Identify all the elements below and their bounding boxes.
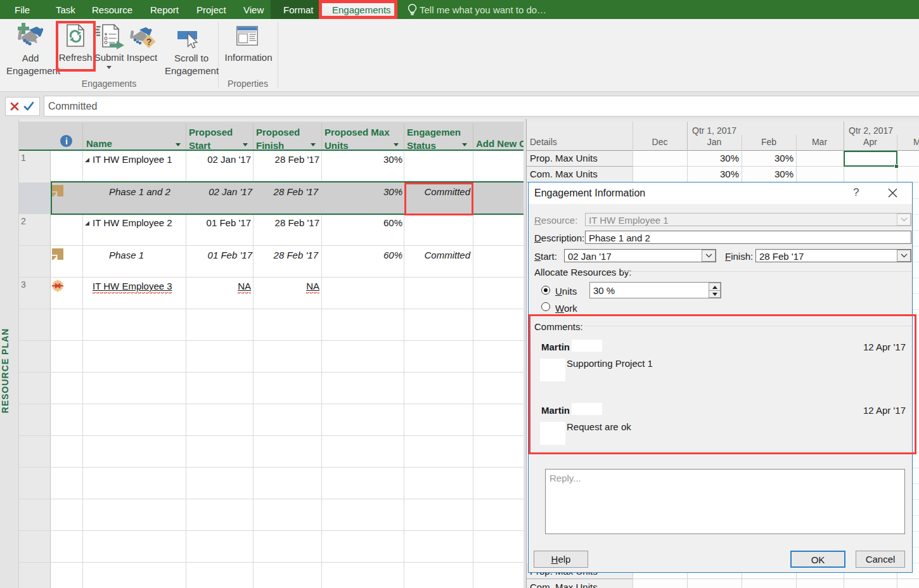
svg-text:?: ?	[146, 37, 152, 47]
